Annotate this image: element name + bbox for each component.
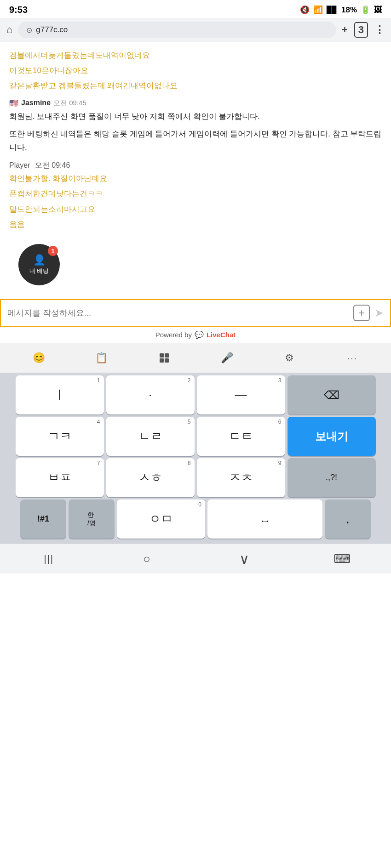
keyboard-row-1: 1 ㅣ 2 · 3 — ⌫ [2,375,389,414]
key-space[interactable]: ⎵ [207,499,322,539]
mute-icon: 🔇 [300,5,310,15]
key-nr[interactable]: 5 ㄴㄹ [106,417,195,456]
korean-keyboard: 1 ㅣ 2 · 3 — ⌫ 4 ㄱㅋ 5 ㄴㄹ 6 ㄷㅌ 보내기 [0,373,391,544]
add-attachment-button[interactable]: + [353,305,370,321]
nav-recent-button[interactable]: ∨ [230,550,258,568]
nav-back-button[interactable]: ||| [35,550,63,568]
key-2[interactable]: 2 · [106,375,195,414]
keyboard-row-4: !#1 한/영 0 ㅇㅁ ⎵ , [2,499,389,539]
url-bar[interactable]: ⊙ g777c.co [18,22,336,38]
grid-toolbar-button[interactable] [153,348,175,368]
player2-msg-3: 말도안되는소리마시고요 [9,203,382,216]
player2-header: Player 오전 09:46 [9,161,382,170]
browser-actions: + 3 ⋮ [342,22,385,38]
nav-keyboard-button[interactable]: ⌨ [328,550,356,568]
badge-count: 1 [48,246,58,256]
key-jc[interactable]: 9 ㅈㅊ [197,458,285,497]
wifi-icon: 📶 [313,5,323,15]
key-lang[interactable]: 한/영 [69,499,115,539]
keyboard-row-3: 7 ㅂㅍ 8 ㅅㅎ 9 ㅈㅊ .,?! [2,458,389,497]
key-symbols[interactable]: !#1 [20,499,66,539]
badge-icon: 👤 [33,254,46,266]
key-send[interactable]: 보내기 [288,417,376,456]
message-input[interactable] [7,308,349,318]
svg-rect-3 [165,358,169,363]
settings-toolbar-button[interactable]: ⚙ [278,348,300,368]
key-om[interactable]: 0 ㅇㅁ [117,499,205,539]
tab-count[interactable]: 3 [354,22,368,38]
emoji-toolbar-button[interactable]: 😊 [28,348,50,368]
agent-name: Jasmine [21,99,51,107]
agent-text-2: 또한 베팅하신 내역들은 해당 슬롯 게임에 들어가서 게임이력에 들어가시면 … [9,128,382,154]
svg-rect-2 [160,358,164,363]
player2-msg-4: 음음 [9,218,382,231]
agent-text-1: 회원님. 보내주신 화면 품질이 너무 낮아 저희 쪽에서 확인이 불가합니다. [9,110,382,124]
key-bp[interactable]: 7 ㅂㅍ [16,458,104,497]
keyboard-toolbar: 😊 📋 🎤 ⚙ ··· [0,343,391,373]
clipboard-toolbar-button[interactable]: 📋 [90,348,112,368]
key-3[interactable]: 3 — [197,375,285,414]
badge-label: 내 배팅 [29,267,49,275]
url-icon: ⊙ [26,26,32,34]
bottom-nav: ||| ○ ∨ ⌨ [0,544,391,573]
status-icons: 🔇 📶 ▉▊ 18% 🔋 🖼 [300,5,382,15]
send-label: 보내기 [315,429,348,444]
key-backspace[interactable]: ⌫ [288,375,376,414]
svg-rect-0 [160,353,164,357]
keyboard-row-2: 4 ㄱㅋ 5 ㄴㄹ 6 ㄷㅌ 보내기 [2,417,389,456]
mic-toolbar-button[interactable]: 🎤 [216,348,238,368]
home-icon[interactable]: ⌂ [6,24,12,36]
screenshot-icon: 🖼 [374,6,382,15]
key-1[interactable]: 1 ㅣ [16,375,104,414]
battery-icon: 🔋 [361,5,370,15]
url-text: g777c.co [36,25,68,34]
key-punct[interactable]: .,?! [288,458,376,497]
player2-msg-1: 확인불가할. 화질이아닌데요 [9,172,382,185]
svg-rect-1 [165,353,169,357]
more-toolbar-button[interactable]: ··· [341,348,363,368]
key-comma[interactable]: , [325,499,371,539]
livechat-brand: LiveChat [207,331,236,339]
status-bar: 9:53 🔇 📶 ▉▊ 18% 🔋 🖼 [0,0,391,18]
key-sh[interactable]: 8 ㅅㅎ [106,458,195,497]
agent-header: 🇺🇸 Jasmine 오전 09:45 [9,99,382,108]
key-gk[interactable]: 4 ㄱㅋ [16,417,104,456]
signal-icon: ▉▊ [327,6,338,14]
status-time: 9:53 [9,5,28,15]
chat-area: 겜블에서더늦게돌렸는데도내역이없네요 이것도10은아니잖아요 같은날환받고 겜블… [0,42,391,299]
agent-time: 오전 09:45 [53,99,86,108]
menu-button[interactable]: ⋮ [374,24,385,36]
player-message-1: 겜블에서더늦게돌렸는데도내역이없네요 이것도10은아니잖아요 같은날환받고 겜블… [9,49,382,92]
message-input-area: + ➤ [0,299,391,327]
key-dt[interactable]: 6 ㄷㅌ [197,417,285,456]
add-tab-button[interactable]: + [342,24,348,36]
floating-badge[interactable]: 1 👤 내 배팅 [18,244,60,285]
battery-text: 18% [341,6,357,15]
powered-by-bar: Powered by 💬 LiveChat [0,327,391,343]
powered-by-text: Powered by [155,331,192,339]
agent-flag: 🇺🇸 [9,99,18,108]
player2-msg-2: 폰캡처한건데낫다는건ㅋㅋ [9,187,382,200]
browser-bar: ⌂ ⊙ g777c.co + 3 ⋮ [0,18,391,42]
nav-home-button[interactable]: ○ [133,550,161,568]
input-actions: + ➤ [353,305,384,321]
livechat-logo-icon: 💬 [195,330,204,339]
send-arrow-button[interactable]: ➤ [374,306,384,319]
